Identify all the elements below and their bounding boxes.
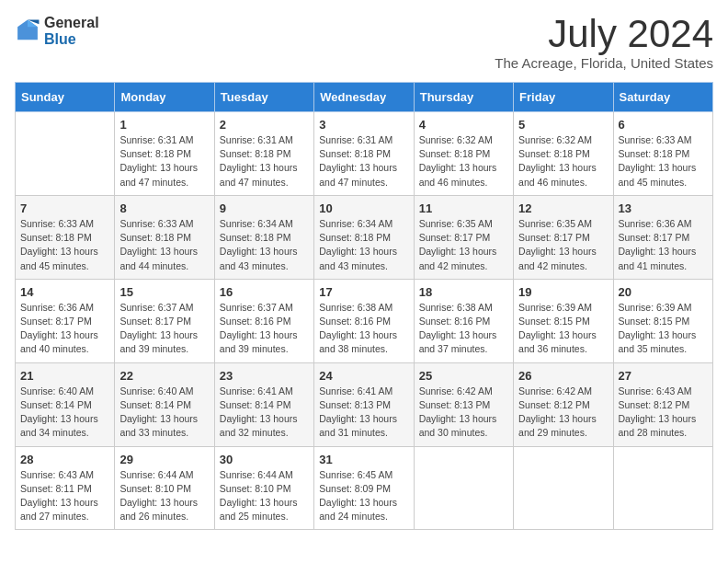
logo: General Blue	[15, 15, 99, 47]
day-info: Sunrise: 6:32 AMSunset: 8:18 PMDaylight:…	[419, 133, 508, 190]
calendar-cell: 29Sunrise: 6:44 AMSunset: 8:10 PMDayligh…	[115, 446, 214, 530]
weekday-header-friday: Friday	[514, 83, 613, 112]
day-info: Sunrise: 6:39 AMSunset: 8:15 PMDaylight:…	[619, 301, 708, 357]
weekday-header-tuesday: Tuesday	[214, 83, 313, 112]
day-info: Sunrise: 6:40 AMSunset: 8:14 PMDaylight:…	[119, 385, 209, 441]
logo-icon	[15, 18, 40, 44]
calendar-cell: 17Sunrise: 6:38 AMSunset: 8:16 PMDayligh…	[314, 279, 414, 362]
calendar-cell	[414, 446, 513, 530]
day-number: 12	[518, 201, 608, 215]
day-number: 30	[220, 453, 309, 466]
day-number: 18	[419, 285, 508, 299]
weekday-header-wednesday: Wednesday	[314, 83, 414, 112]
calendar-cell: 26Sunrise: 6:42 AMSunset: 8:12 PMDayligh…	[514, 362, 613, 446]
day-info: Sunrise: 6:41 AMSunset: 8:13 PMDaylight:…	[319, 385, 408, 441]
day-number: 29	[119, 453, 209, 466]
day-number: 26	[518, 369, 608, 383]
page-header: General Blue July 2024 The Acreage, Flor…	[15, 15, 713, 71]
day-number: 17	[319, 285, 408, 299]
day-number: 16	[220, 285, 309, 299]
day-info: Sunrise: 6:36 AMSunset: 8:17 PMDaylight:…	[619, 217, 708, 273]
day-number: 20	[619, 285, 708, 299]
calendar-cell: 20Sunrise: 6:39 AMSunset: 8:15 PMDayligh…	[613, 279, 712, 362]
weekday-header-saturday: Saturday	[613, 83, 712, 112]
day-info: Sunrise: 6:38 AMSunset: 8:16 PMDaylight:…	[319, 301, 408, 357]
weekday-header-row: SundayMondayTuesdayWednesdayThursdayFrid…	[16, 83, 713, 112]
day-number: 23	[220, 369, 309, 383]
day-info: Sunrise: 6:37 AMSunset: 8:17 PMDaylight:…	[119, 301, 209, 357]
calendar-cell: 4Sunrise: 6:32 AMSunset: 8:18 PMDaylight…	[414, 112, 513, 196]
day-number: 4	[419, 118, 508, 132]
calendar-cell: 12Sunrise: 6:35 AMSunset: 8:17 PMDayligh…	[514, 195, 613, 279]
day-number: 21	[20, 369, 109, 383]
day-info: Sunrise: 6:31 AMSunset: 8:18 PMDaylight:…	[319, 133, 408, 190]
day-info: Sunrise: 6:35 AMSunset: 8:17 PMDaylight:…	[518, 217, 608, 273]
day-info: Sunrise: 6:40 AMSunset: 8:14 PMDaylight:…	[20, 385, 109, 441]
calendar-week-row: 7Sunrise: 6:33 AMSunset: 8:18 PMDaylight…	[16, 195, 713, 279]
calendar-cell: 6Sunrise: 6:33 AMSunset: 8:18 PMDaylight…	[613, 112, 712, 196]
day-number: 11	[419, 201, 508, 215]
calendar-cell: 7Sunrise: 6:33 AMSunset: 8:18 PMDaylight…	[16, 195, 115, 279]
month-title: July 2024	[495, 15, 713, 53]
calendar-cell: 15Sunrise: 6:37 AMSunset: 8:17 PMDayligh…	[115, 279, 214, 362]
calendar-cell: 13Sunrise: 6:36 AMSunset: 8:17 PMDayligh…	[613, 195, 712, 279]
weekday-header-sunday: Sunday	[16, 83, 115, 112]
day-number: 22	[119, 369, 209, 383]
logo-text: General Blue	[44, 15, 99, 47]
day-number: 13	[619, 201, 708, 215]
calendar-cell: 5Sunrise: 6:32 AMSunset: 8:18 PMDaylight…	[514, 112, 613, 196]
calendar-cell: 11Sunrise: 6:35 AMSunset: 8:17 PMDayligh…	[414, 195, 513, 279]
calendar-cell: 18Sunrise: 6:38 AMSunset: 8:16 PMDayligh…	[414, 279, 513, 362]
day-number: 27	[619, 369, 708, 383]
logo-blue-text: Blue	[44, 31, 99, 48]
calendar-cell: 24Sunrise: 6:41 AMSunset: 8:13 PMDayligh…	[314, 362, 414, 446]
calendar-cell: 14Sunrise: 6:36 AMSunset: 8:17 PMDayligh…	[16, 279, 115, 362]
day-number: 10	[319, 201, 408, 215]
day-number: 1	[119, 118, 209, 132]
calendar-table: SundayMondayTuesdayWednesdayThursdayFrid…	[15, 82, 713, 530]
calendar-cell: 25Sunrise: 6:42 AMSunset: 8:13 PMDayligh…	[414, 362, 513, 446]
day-number: 28	[20, 453, 109, 466]
day-number: 9	[220, 201, 309, 215]
day-number: 6	[619, 118, 708, 132]
day-number: 5	[518, 118, 608, 132]
day-info: Sunrise: 6:44 AMSunset: 8:10 PMDaylight:…	[220, 468, 309, 524]
calendar-week-row: 28Sunrise: 6:43 AMSunset: 8:11 PMDayligh…	[16, 446, 713, 530]
weekday-header-thursday: Thursday	[414, 83, 513, 112]
weekday-header-monday: Monday	[115, 83, 214, 112]
day-number: 19	[518, 285, 608, 299]
day-info: Sunrise: 6:33 AMSunset: 8:18 PMDaylight:…	[619, 133, 708, 190]
day-number: 7	[20, 201, 109, 215]
calendar-week-row: 14Sunrise: 6:36 AMSunset: 8:17 PMDayligh…	[16, 279, 713, 362]
logo-general-text: General	[44, 15, 99, 31]
day-info: Sunrise: 6:34 AMSunset: 8:18 PMDaylight:…	[319, 217, 408, 273]
day-number: 2	[220, 118, 309, 132]
day-info: Sunrise: 6:38 AMSunset: 8:16 PMDaylight:…	[419, 301, 508, 357]
calendar-cell: 31Sunrise: 6:45 AMSunset: 8:09 PMDayligh…	[314, 446, 414, 530]
calendar-cell: 23Sunrise: 6:41 AMSunset: 8:14 PMDayligh…	[214, 362, 313, 446]
day-info: Sunrise: 6:34 AMSunset: 8:18 PMDaylight:…	[220, 217, 309, 273]
calendar-cell: 28Sunrise: 6:43 AMSunset: 8:11 PMDayligh…	[16, 446, 115, 530]
day-number: 15	[119, 285, 209, 299]
day-info: Sunrise: 6:44 AMSunset: 8:10 PMDaylight:…	[119, 468, 209, 524]
day-info: Sunrise: 6:33 AMSunset: 8:18 PMDaylight:…	[20, 217, 109, 273]
day-info: Sunrise: 6:45 AMSunset: 8:09 PMDaylight:…	[319, 468, 408, 524]
day-info: Sunrise: 6:36 AMSunset: 8:17 PMDaylight:…	[20, 301, 109, 357]
calendar-cell	[16, 112, 115, 196]
day-info: Sunrise: 6:42 AMSunset: 8:13 PMDaylight:…	[419, 385, 508, 441]
day-info: Sunrise: 6:31 AMSunset: 8:18 PMDaylight:…	[220, 133, 309, 190]
day-number: 31	[319, 453, 408, 466]
day-info: Sunrise: 6:43 AMSunset: 8:12 PMDaylight:…	[619, 385, 708, 441]
calendar-cell: 27Sunrise: 6:43 AMSunset: 8:12 PMDayligh…	[613, 362, 712, 446]
calendar-cell: 19Sunrise: 6:39 AMSunset: 8:15 PMDayligh…	[514, 279, 613, 362]
calendar-cell: 9Sunrise: 6:34 AMSunset: 8:18 PMDaylight…	[214, 195, 313, 279]
calendar-cell: 21Sunrise: 6:40 AMSunset: 8:14 PMDayligh…	[16, 362, 115, 446]
day-info: Sunrise: 6:37 AMSunset: 8:16 PMDaylight:…	[220, 301, 309, 357]
day-info: Sunrise: 6:32 AMSunset: 8:18 PMDaylight:…	[518, 133, 608, 190]
day-info: Sunrise: 6:42 AMSunset: 8:12 PMDaylight:…	[518, 385, 608, 441]
location-title: The Acreage, Florida, United States	[495, 55, 713, 71]
day-number: 8	[119, 201, 209, 215]
calendar-cell	[514, 446, 613, 530]
day-number: 3	[319, 118, 408, 132]
calendar-cell	[613, 446, 712, 530]
